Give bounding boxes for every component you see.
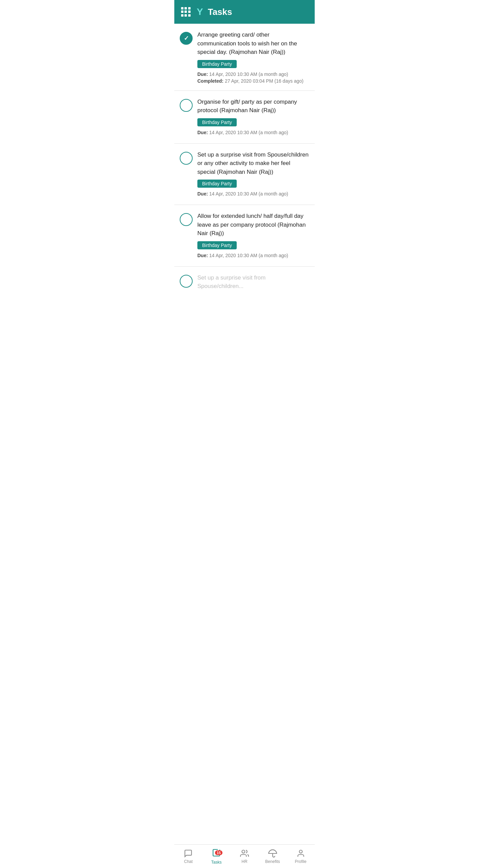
task-title-5: Set up a surprise visit from Spouse/chil…: [197, 273, 309, 291]
task-item: Organise for gift/ party as per company …: [174, 91, 315, 144]
task-checkbox-3[interactable]: [180, 152, 193, 165]
tasks-badge: 15: [215, 850, 222, 855]
task-title-1: Arrange greeting card/ other communicati…: [197, 30, 309, 57]
nav-item-hr[interactable]: HR: [231, 845, 259, 868]
task-item: Arrange greeting card/ other communicati…: [174, 24, 315, 91]
nav-item-chat[interactable]: Chat: [174, 845, 202, 868]
nav-label-chat: Chat: [184, 859, 193, 864]
task-title-2: Organise for gift/ party as per company …: [197, 98, 309, 115]
task-checkbox-5[interactable]: [180, 275, 193, 288]
chat-icon: [184, 849, 193, 858]
page-title: Tasks: [208, 7, 232, 17]
task-checkbox-1[interactable]: [180, 32, 193, 45]
task-checkbox-2[interactable]: [180, 99, 193, 112]
task-content-2: Organise for gift/ party as per company …: [197, 98, 309, 137]
nav-label-profile: Profile: [295, 859, 307, 864]
hr-icon: [240, 849, 249, 858]
nav-label-benefits: Benefits: [265, 859, 280, 864]
nav-label-hr: HR: [241, 859, 247, 864]
nav-label-tasks: Tasks: [211, 860, 222, 865]
nav-item-profile[interactable]: Profile: [287, 845, 315, 868]
task-item: Set up a surprise visit from Spouse/chil…: [174, 144, 315, 205]
task-content-5: Set up a surprise visit from Spouse/chil…: [197, 273, 309, 294]
benefits-icon: [268, 849, 277, 858]
svg-point-1: [299, 850, 302, 853]
task-tag-3[interactable]: Birthday Party: [197, 180, 237, 188]
task-list: Arrange greeting card/ other communicati…: [174, 24, 315, 328]
svg-point-0: [242, 850, 245, 853]
grid-menu-icon[interactable]: [181, 7, 191, 17]
nav-item-benefits[interactable]: Benefits: [258, 845, 287, 868]
task-tag-2[interactable]: Birthday Party: [197, 118, 237, 126]
bottom-navigation: Chat 15 Tasks HR Benefits Pro: [174, 844, 315, 868]
task-due-1: Due: 14 Apr, 2020 10:30 AM (a month ago): [197, 71, 309, 77]
task-item: Allow for extended lunch/ half day/full …: [174, 205, 315, 267]
nav-item-tasks[interactable]: 15 Tasks: [202, 845, 231, 868]
task-due-3: Due: 14 Apr, 2020 10:30 AM (a month ago): [197, 191, 309, 197]
task-item-partial: Set up a surprise visit from Spouse/chil…: [174, 267, 315, 301]
app-header: Y Tasks: [174, 0, 315, 24]
task-title-3: Set up a surprise visit from Spouse/chil…: [197, 150, 309, 177]
app-logo: Y: [197, 6, 203, 17]
task-due-4: Due: 14 Apr, 2020 10:30 AM (a month ago): [197, 253, 309, 258]
task-title-4: Allow for extended lunch/ half day/full …: [197, 212, 309, 238]
task-tag-4[interactable]: Birthday Party: [197, 241, 237, 249]
task-tag-1[interactable]: Birthday Party: [197, 60, 237, 68]
task-checkbox-4[interactable]: [180, 213, 193, 226]
task-content-1: Arrange greeting card/ other communicati…: [197, 30, 309, 84]
task-content-3: Set up a surprise visit from Spouse/chil…: [197, 150, 309, 198]
profile-icon: [296, 849, 305, 858]
task-due-2: Due: 14 Apr, 2020 10:30 AM (a month ago): [197, 130, 309, 135]
task-content-4: Allow for extended lunch/ half day/full …: [197, 212, 309, 260]
task-completed-1: Completed: 27 Apr, 2020 03:04 PM (16 day…: [197, 78, 309, 84]
